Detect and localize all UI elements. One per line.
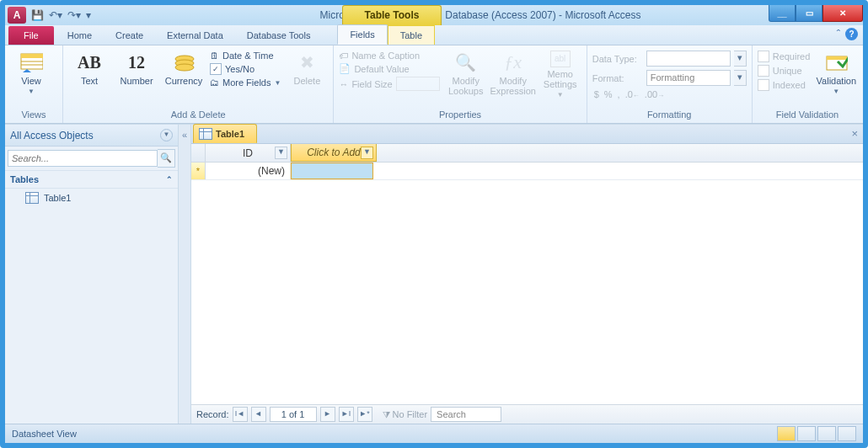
undo-icon[interactable]: ↶▾ [49,9,62,21]
currency-icon [172,51,196,74]
column-dropdown-icon[interactable]: ▼ [361,147,373,159]
view-button[interactable]: View ▼ [10,47,52,95]
minimize-ribbon-icon[interactable]: ˆ [837,28,840,40]
tab-home[interactable]: Home [56,26,104,45]
memo-settings-button: abl Memo Settings ▼ [539,47,581,99]
document-area: Table1 × ID ▼ Click to Add ▼ * (New) [191,125,863,424]
tag-icon: 🏷 [339,51,348,61]
number-label: Number [120,76,153,86]
app-icon: A [8,7,26,24]
nav-pane-header[interactable]: All Access Objects ▼ [5,125,178,147]
redo-icon[interactable]: ↷▾ [67,9,81,21]
more-fields-button[interactable]: 🗂More Fields▼ [210,77,281,88]
delete-icon: ✖ [295,51,319,74]
group-properties-label: Properties [339,108,581,123]
data-type-combo [646,51,731,67]
close-button[interactable]: ✕ [822,5,863,22]
nav-group-label: Tables [10,174,39,184]
datasheet-view-button[interactable] [777,426,796,441]
field-size-button: ↔Field Size [339,77,439,91]
last-record-button[interactable]: ►I [339,407,354,422]
doc-close-icon[interactable]: × [851,127,858,140]
column-add-label: Click to Add [307,147,361,158]
checkbox-icon [758,51,769,62]
cell-editing[interactable] [291,163,373,179]
qat-dropdown-icon[interactable]: ▾ [86,9,91,21]
search-icon[interactable]: 🔍 [158,149,175,168]
tab-create[interactable]: Create [104,26,155,45]
number-field-button[interactable]: 12 Number [115,47,158,86]
new-record-button[interactable]: ►* [357,407,372,422]
modify-expression-label: Modify Expression [490,76,535,96]
yes-no-label: Yes/No [225,64,255,74]
unique-checkbox: Unique [758,65,811,77]
group-add-delete-label: Add & Delete [68,108,328,123]
tab-table[interactable]: Table [388,25,435,45]
design-view-button[interactable] [797,426,816,441]
text-icon: AB [78,51,101,74]
other-view-button[interactable] [817,426,836,441]
default-value-button: 📄Default Value [339,63,439,74]
validation-button[interactable]: Validation ▼ [815,47,857,95]
date-time-button[interactable]: 🗓Date & Time [210,51,281,61]
record-nav-label: Record: [196,409,229,419]
tab-fields[interactable]: Fields [337,24,387,45]
tab-external-data[interactable]: External Data [155,26,235,45]
tab-database-tools[interactable]: Database Tools [235,26,323,45]
delete-button: ✖ Delete [286,47,328,86]
window-title: MicrosoftAccessDatabase : Database (Acce… [192,5,769,25]
number-icon: 12 [125,51,148,74]
name-caption-button: 🏷Name & Caption [339,51,439,61]
doc-tab-table1[interactable]: Table1 [193,124,257,143]
tab-file[interactable]: File [8,26,54,45]
table-icon [25,192,39,204]
record-search-input[interactable]: Search [431,407,501,422]
cell-id-new[interactable]: (New) [206,163,291,179]
group-formatting-label: Formatting [592,108,747,123]
currency-label: Currency [165,76,203,86]
text-field-button[interactable]: AB Text [68,47,110,86]
calendar-icon: 🗓 [210,51,219,61]
select-all-cell[interactable] [191,144,206,162]
svg-rect-8 [827,56,847,60]
prev-record-button[interactable]: ◄ [251,407,266,422]
document-tabs: Table1 × [191,125,863,144]
currency-field-button[interactable]: Currency [163,47,205,86]
maximize-button[interactable]: ▭ [796,5,822,22]
format-label: Format: [592,73,643,83]
content-area: All Access Objects ▼ 🔍 Tables ⌃ Table1 « [5,124,863,424]
filter-indicator[interactable]: ⧩No Filter [383,409,428,420]
nav-item-table1[interactable]: Table1 [5,189,178,207]
nav-search: 🔍 [5,147,178,171]
comma-format-button: , [618,89,620,99]
nav-filter-dropdown-icon[interactable]: ▼ [160,129,173,141]
doc-tab-label: Table1 [216,125,244,142]
first-record-button[interactable]: I◄ [233,407,248,422]
save-icon[interactable]: 💾 [31,9,44,21]
column-id[interactable]: ID ▼ [206,144,291,162]
row-selector[interactable]: * [191,163,206,179]
datasheet-header: ID ▼ Click to Add ▼ [191,144,863,163]
dropdown-icon: ▼ [833,88,839,95]
datasheet-body[interactable] [191,180,863,404]
nav-search-input[interactable] [8,150,158,167]
record-position[interactable]: 1 of 1 [270,407,317,422]
yes-no-button[interactable]: ✓Yes/No [210,63,281,75]
minimize-button[interactable]: __ [769,5,796,22]
nav-pane-title: All Access Objects [10,130,94,141]
new-record-row[interactable]: * (New) [191,163,863,180]
dropdown-icon: ▾ [734,70,747,86]
ribbon-tabs: File Home Create External Data Database … [5,25,863,45]
help-icon[interactable]: ? [845,28,858,40]
date-time-label: Date & Time [222,51,274,61]
name-caption-label: Name & Caption [351,51,420,61]
other-view-button-2[interactable] [838,426,856,441]
memo-icon: abl [550,51,571,67]
nav-collapse-bar[interactable]: « [179,125,191,424]
column-dropdown-icon[interactable]: ▼ [275,147,287,159]
column-click-to-add[interactable]: Click to Add ▼ [291,144,377,162]
nav-group-tables[interactable]: Tables ⌃ [5,171,178,189]
format-combo: Formatting [646,70,731,86]
text-label: Text [81,76,98,86]
next-record-button[interactable]: ► [320,407,335,422]
